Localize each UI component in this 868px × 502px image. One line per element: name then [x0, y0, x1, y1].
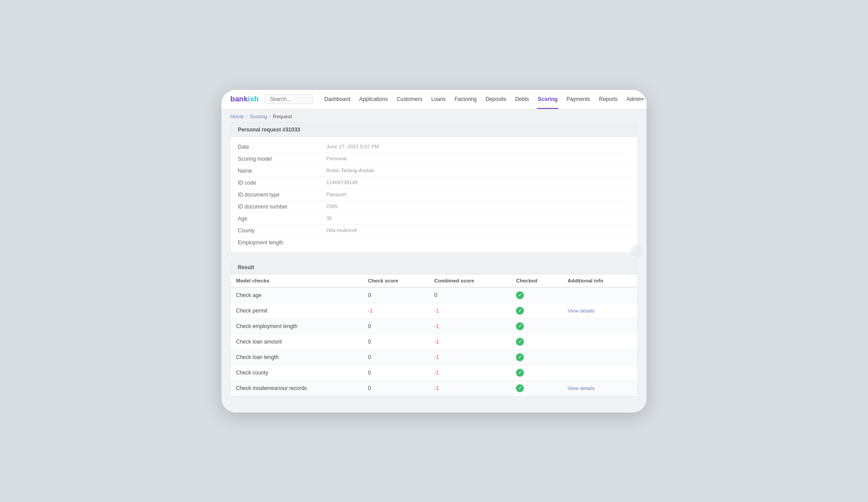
cell-additional-info: View details — [562, 380, 637, 396]
info-label-date: Date — [238, 144, 326, 150]
info-value-id-code: 11404738148 — [326, 180, 357, 185]
cell-check-score: 0 — [363, 287, 429, 303]
nav-item-loans[interactable]: Loans — [427, 90, 450, 109]
cell-checked: ✓ — [511, 334, 562, 349]
logo-ish: ish — [248, 95, 259, 103]
info-value-id-document-type: Passport — [326, 192, 346, 197]
info-label-county: County — [238, 228, 326, 234]
table-row: Check loan amount 0 -1 ✓ — [231, 334, 637, 349]
breadcrumb-scoring[interactable]: Scoring — [250, 114, 267, 119]
breadcrumb-sep-2: / — [269, 114, 271, 119]
nav-item-reports[interactable]: Reports — [595, 90, 622, 109]
table-row: Check employment length 0 -1 ✓ — [231, 318, 637, 334]
info-row-id-document-number: ID document number 2345 — [238, 201, 630, 213]
cell-model-check: Check age — [231, 287, 363, 303]
device-frame: bankish Dashboard Applications Customers… — [221, 90, 647, 413]
nav-item-applications[interactable]: Applications — [355, 90, 392, 109]
cell-additional-info — [562, 349, 637, 365]
info-label-id-code: ID code — [238, 180, 326, 186]
search-input[interactable] — [265, 94, 314, 104]
breadcrumb-home[interactable]: Home — [230, 114, 244, 119]
info-label-employment-length: Employment length — [238, 239, 326, 246]
col-header-combined-score: Combined score — [429, 274, 511, 287]
nav-item-scoring[interactable]: Scoring — [533, 90, 562, 109]
cell-combined-score: -1 — [429, 380, 511, 396]
cell-checked: ✓ — [511, 287, 562, 303]
check-icon: ✓ — [516, 307, 524, 315]
nav-item-payments[interactable]: Payments — [562, 90, 594, 109]
navbar: bankish Dashboard Applications Customers… — [221, 90, 647, 109]
info-row-employment-length: Employment length — [238, 237, 630, 248]
cell-checked: ✓ — [511, 318, 562, 334]
result-title: Result — [231, 261, 637, 274]
result-table-head: Model checks Check score Combined score … — [231, 274, 637, 287]
cell-check-score: 0 — [363, 349, 429, 365]
info-value-county: Hila-muiksmil — [326, 228, 356, 233]
personal-request-body: Date June 27, 2022 5:07 PM Scoring model… — [231, 137, 637, 253]
main-content: Personal request #31033 Date June 27, 20… — [221, 123, 647, 413]
cell-model-check: Check employment length — [231, 318, 363, 334]
info-value-name: Robin Testing-Andals — [326, 168, 374, 173]
cell-combined-score: -1 — [429, 349, 511, 365]
check-icon: ✓ — [516, 322, 524, 330]
col-header-checked: Checked — [511, 274, 562, 287]
info-row-date: Date June 27, 2022 5:07 PM — [238, 141, 630, 153]
view-details-link[interactable]: View details — [568, 308, 595, 313]
nav-item-customers[interactable]: Customers — [392, 90, 427, 109]
info-label-name: Name — [238, 168, 326, 174]
col-header-additional-info: Additional info — [562, 274, 637, 287]
cell-check-score: 0 — [363, 334, 429, 349]
breadcrumb: Home / Scoring / Request — [221, 109, 647, 123]
cell-check-score: -1 — [363, 303, 429, 318]
cell-checked: ✓ — [511, 303, 562, 318]
cell-combined-score: -1 — [429, 318, 511, 334]
table-row: Check loan length 0 -1 ✓ — [231, 349, 637, 365]
cell-additional-info — [562, 318, 637, 334]
cell-check-score: 0 — [363, 365, 429, 380]
info-row-scoring-model: Scoring model Personal — [238, 153, 630, 165]
personal-request-title: Personal request #31033 — [231, 123, 637, 137]
nav-item-debts[interactable]: Debts — [511, 90, 533, 109]
cell-checked: ✓ — [511, 365, 562, 380]
table-row: Check permit -1 -1 ✓ View details — [231, 303, 637, 318]
cell-model-check: Check county — [231, 365, 363, 380]
cell-model-check: Check loan length — [231, 349, 363, 365]
table-row: Check misdemeanour records 0 -1 ✓ View d… — [231, 380, 637, 396]
table-row: Check age 0 0 ✓ — [231, 287, 637, 303]
nav-item-factoring[interactable]: Factoring — [450, 90, 481, 109]
check-icon: ✓ — [516, 369, 524, 377]
info-row-age: Age 35 — [238, 213, 630, 225]
check-icon: ✓ — [516, 384, 524, 392]
cell-additional-info — [562, 365, 637, 380]
info-row-id-document-type: ID document type Passport — [238, 189, 630, 201]
info-value-id-document-number: 2345 — [326, 204, 338, 209]
info-label-age: Age — [238, 216, 326, 222]
info-row-county: County Hila-muiksmil — [238, 225, 630, 237]
nav-item-dashboard[interactable]: Dashboard — [320, 90, 355, 109]
cell-model-check: Check permit — [231, 303, 363, 318]
cell-checked: ✓ — [511, 349, 562, 365]
nav-item-deposits[interactable]: Deposits — [481, 90, 511, 109]
cell-model-check: Check misdemeanour records — [231, 380, 363, 396]
nav-item-admin[interactable]: Admin — [622, 90, 647, 109]
personal-request-card: Personal request #31033 Date June 27, 20… — [230, 123, 638, 253]
col-header-model-checks: Model checks — [231, 274, 363, 287]
result-table: Model checks Check score Combined score … — [231, 274, 637, 396]
info-row-name: Name Robin Testing-Andals — [238, 165, 630, 177]
cell-check-score: 0 — [363, 380, 429, 396]
cell-additional-info: View details — [562, 303, 637, 318]
col-header-check-score: Check score — [363, 274, 429, 287]
cell-combined-score: -1 — [429, 334, 511, 349]
breadcrumb-sep-1: / — [246, 114, 248, 119]
cell-checked: ✓ — [511, 380, 562, 396]
nav-items: Dashboard Applications Customers Loans F… — [320, 90, 647, 109]
result-table-body: Check age 0 0 ✓ Check permit -1 -1 ✓ — [231, 287, 637, 396]
check-icon: ✓ — [516, 353, 524, 361]
info-value-date: June 27, 2022 5:07 PM — [326, 144, 379, 149]
table-row: Check county 0 -1 ✓ — [231, 365, 637, 380]
info-label-scoring-model: Scoring model — [238, 156, 326, 162]
cell-combined-score: 0 — [429, 287, 511, 303]
view-details-link[interactable]: View details — [568, 386, 595, 391]
result-card: Result Model checks Check score Combined… — [230, 260, 638, 397]
info-value-age: 35 — [326, 216, 332, 221]
